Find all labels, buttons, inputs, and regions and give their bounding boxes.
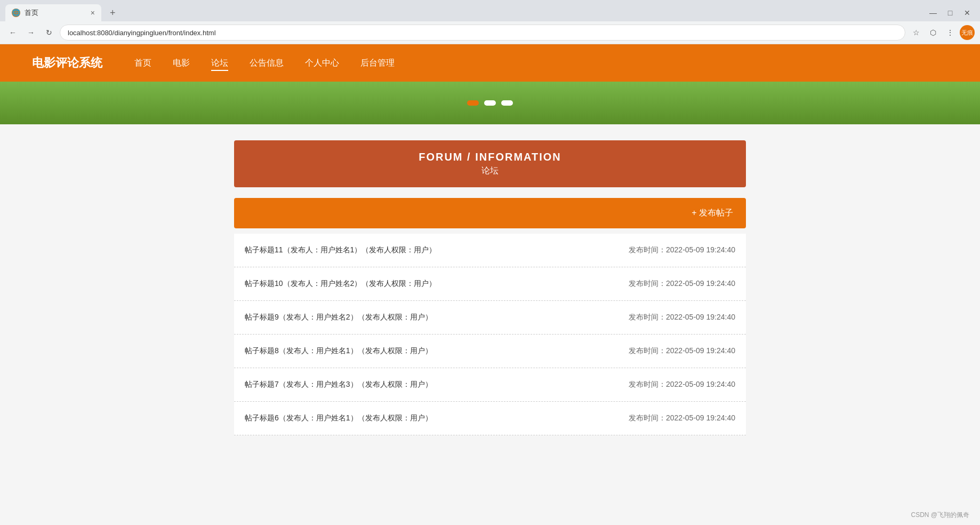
- nav-forum[interactable]: 论坛: [211, 55, 228, 71]
- list-item[interactable]: 帖子标题11（发布人：用户姓名1）（发布人权限：用户） 发布时间：2022-05…: [234, 234, 746, 267]
- nav-announcements[interactable]: 公告信息: [250, 55, 284, 71]
- more-button[interactable]: ⋮: [943, 25, 958, 40]
- browser-chrome: 🌐 首页 × + — □ ✕ ← → ↻ ☆ ⬡ ⋮ 无痕: [0, 0, 980, 44]
- new-tab-button[interactable]: +: [106, 7, 120, 19]
- bookmark-button[interactable]: ☆: [909, 25, 923, 40]
- list-item[interactable]: 帖子标题9（发布人：用户姓名2）（发布人权限：用户） 发布时间：2022-05-…: [234, 301, 746, 335]
- nav-home[interactable]: 首页: [134, 55, 151, 71]
- nav-personal-center[interactable]: 个人中心: [305, 55, 339, 71]
- forward-button[interactable]: →: [23, 25, 38, 40]
- carousel-dot-3[interactable]: [501, 100, 513, 106]
- carousel-dot-2[interactable]: [484, 100, 496, 106]
- nav-bar: ← → ↻ ☆ ⬡ ⋮ 无痕: [0, 21, 980, 44]
- post-time: 发布时间：2022-05-09 19:24:40: [629, 413, 735, 423]
- post-title: 帖子标题9（发布人：用户姓名2）（发布人权限：用户）: [245, 313, 432, 322]
- post-title: 帖子标题7（发布人：用户姓名3）（发布人权限：用户）: [245, 380, 432, 389]
- post-title: 帖子标题8（发布人：用户姓名1）（发布人权限：用户）: [245, 346, 432, 356]
- tab-title: 首页: [25, 8, 38, 18]
- post-list: 帖子标题11（发布人：用户姓名1）（发布人权限：用户） 发布时间：2022-05…: [234, 234, 746, 435]
- site-logo: 电影评论系统: [32, 55, 102, 71]
- nav-extras: ☆ ⬡ ⋮ 无痕: [909, 25, 975, 40]
- post-button[interactable]: + 发布帖子: [692, 208, 733, 219]
- tab-favicon-icon: 🌐: [12, 9, 20, 17]
- list-item[interactable]: 帖子标题10（发布人：用户姓名2）（发布人权限：用户） 发布时间：2022-05…: [234, 267, 746, 301]
- site-header: 电影评论系统 首页 电影 论坛 公告信息 个人中心 后台管理: [0, 44, 980, 82]
- site-nav: 首页 电影 论坛 公告信息 个人中心 后台管理: [134, 55, 395, 71]
- refresh-button[interactable]: ↻: [42, 25, 57, 40]
- forum-title-zh: 论坛: [245, 165, 735, 177]
- post-title: 帖子标题6（发布人：用户姓名1）（发布人权限：用户）: [245, 413, 432, 423]
- post-time: 发布时间：2022-05-09 19:24:40: [629, 245, 735, 255]
- post-time: 发布时间：2022-05-09 19:24:40: [629, 279, 735, 289]
- user-account-button[interactable]: 无痕: [960, 25, 975, 40]
- active-tab[interactable]: 🌐 首页 ×: [5, 4, 101, 21]
- list-item[interactable]: 帖子标题6（发布人：用户姓名1）（发布人权限：用户） 发布时间：2022-05-…: [234, 402, 746, 435]
- post-time: 发布时间：2022-05-09 19:24:40: [629, 313, 735, 322]
- forum-section-header: FORUM / INFORMATION 论坛: [234, 140, 746, 187]
- forum-title-en: FORUM / INFORMATION: [245, 151, 735, 163]
- tab-bar: 🌐 首页 × + — □ ✕: [0, 0, 980, 21]
- nav-movies[interactable]: 电影: [173, 55, 190, 71]
- extensions-button[interactable]: ⬡: [926, 25, 941, 40]
- list-item[interactable]: 帖子标题8（发布人：用户姓名1）（发布人权限：用户） 发布时间：2022-05-…: [234, 335, 746, 368]
- post-title: 帖子标题10（发布人：用户姓名2）（发布人权限：用户）: [245, 279, 436, 289]
- list-item[interactable]: 帖子标题7（发布人：用户姓名3）（发布人权限：用户） 发布时间：2022-05-…: [234, 368, 746, 402]
- post-time: 发布时间：2022-05-09 19:24:40: [629, 346, 735, 356]
- carousel-banner: [0, 82, 980, 124]
- back-button[interactable]: ←: [5, 25, 20, 40]
- post-title: 帖子标题11（发布人：用户姓名1）（发布人权限：用户）: [245, 245, 436, 255]
- maximize-button[interactable]: □: [943, 5, 958, 20]
- address-bar[interactable]: [60, 25, 905, 41]
- tab-close-button[interactable]: ×: [91, 9, 95, 17]
- post-button-bar: + 发布帖子: [234, 198, 746, 228]
- main-content: FORUM / INFORMATION 论坛 + 发布帖子 帖子标题11（发布人…: [223, 124, 757, 451]
- minimize-button[interactable]: —: [926, 5, 941, 20]
- watermark: CSDN @飞翔的佩奇: [911, 511, 969, 520]
- carousel-dot-1[interactable]: [467, 100, 479, 106]
- close-window-button[interactable]: ✕: [960, 5, 975, 20]
- carousel-dots: [467, 100, 513, 106]
- nav-admin[interactable]: 后台管理: [360, 55, 395, 71]
- post-time: 发布时间：2022-05-09 19:24:40: [629, 380, 735, 389]
